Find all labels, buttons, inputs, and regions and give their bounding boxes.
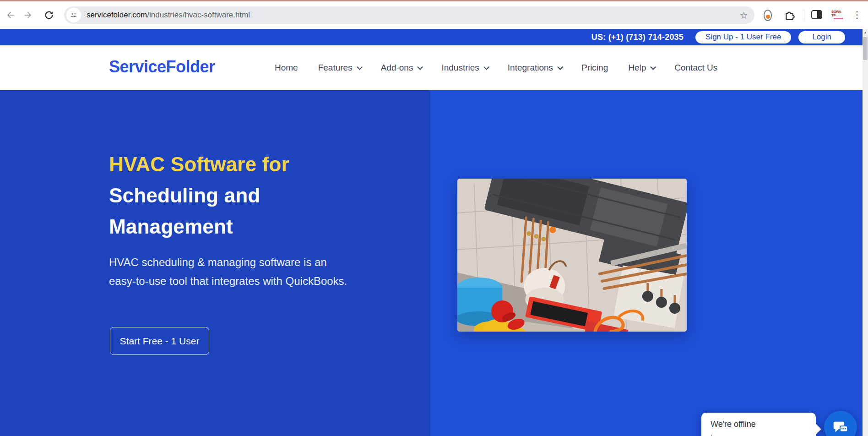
avatar-underline <box>834 18 843 19</box>
nav-item-help[interactable]: Help <box>628 63 654 73</box>
forward-icon[interactable] <box>22 9 34 21</box>
hero-photo <box>457 179 687 332</box>
site-info-icon[interactable] <box>66 8 81 22</box>
nav-item-addons[interactable]: Add-ons <box>381 63 422 73</box>
nav-label: Industries <box>441 63 479 73</box>
phone-number: US: (+1) (713) 714-2035 <box>591 33 684 42</box>
scrollbar-up-arrow[interactable]: ▲ <box>863 29 868 35</box>
chat-bubbles-icon <box>832 419 849 436</box>
bookmark-star-icon[interactable]: ☆ <box>739 11 748 20</box>
site-topbar: US: (+1) (713) 714-2035 Sign Up - 1 User… <box>0 29 868 45</box>
side-panel-fill <box>817 11 821 18</box>
url-domain: servicefolder.com <box>87 11 147 19</box>
chat-offline-card[interactable]: We're offline Leave a message <box>701 413 816 436</box>
chat-fab-button[interactable] <box>824 411 857 436</box>
chat-action-text: Leave a message <box>711 434 807 436</box>
profile-avatar[interactable]: SÓRA TF <box>831 8 845 21</box>
chevron-down-icon <box>418 64 423 70</box>
extension-dot <box>766 15 770 19</box>
avatar-label: SÓRA TF <box>831 10 845 17</box>
nav-label: Pricing <box>581 63 608 73</box>
browser-scrollbar[interactable]: ▲ <box>863 29 868 436</box>
nav-item-integrations[interactable]: Integrations <box>508 63 561 73</box>
scrollbar-thumb[interactable] <box>863 37 868 60</box>
url-path: /industries/hvac-software.html <box>147 11 250 19</box>
nav-label: Features <box>318 63 353 73</box>
main-menu: Home Features Add-ons Industries Integra… <box>275 45 717 90</box>
chevron-down-icon <box>651 64 656 70</box>
toolbar-divider <box>804 10 804 21</box>
chat-status-text: We're offline <box>711 420 807 429</box>
site-nav: ServiceFolder Home Features Add-ons Indu… <box>0 45 868 90</box>
start-free-button[interactable]: Start Free - 1 User <box>110 327 209 355</box>
nav-item-home[interactable]: Home <box>275 63 298 73</box>
url-text[interactable]: servicefolder.com/industries/hvac-softwa… <box>87 11 250 20</box>
nav-item-industries[interactable]: Industries <box>441 63 487 73</box>
address-bar[interactable]: servicefolder.com/industries/hvac-softwa… <box>64 6 754 24</box>
hero-heading-line2: Scheduling and <box>109 180 289 211</box>
hero-heading: HVAC Software for Scheduling and Managem… <box>109 149 289 242</box>
extension-icon[interactable] <box>764 10 772 21</box>
browser-toolbar: servicefolder.com/industries/hvac-softwa… <box>0 1 868 29</box>
nav-label: Add-ons <box>381 63 413 73</box>
nav-item-pricing[interactable]: Pricing <box>581 63 608 73</box>
login-button[interactable]: Login <box>798 31 845 44</box>
extensions-puzzle-icon[interactable] <box>784 9 796 22</box>
screen: servicefolder.com/industries/hvac-softwa… <box>0 0 868 436</box>
side-panel-icon[interactable] <box>811 10 822 19</box>
chevron-down-icon <box>557 64 563 70</box>
browser-menu-icon[interactable]: ⋮ <box>852 9 862 21</box>
site-logo[interactable]: ServiceFolder <box>109 57 215 76</box>
nav-item-contact[interactable]: Contact Us <box>674 63 717 73</box>
hero-paragraph-line1: HVAC scheduling & managing software is a… <box>109 253 347 272</box>
hero-paragraph: HVAC scheduling & managing software is a… <box>109 253 347 290</box>
hero-paragraph-line2: easy-to-use tool that integrates with Qu… <box>109 272 347 290</box>
chevron-down-icon <box>357 64 363 70</box>
reload-icon[interactable] <box>43 9 55 21</box>
hero-heading-line1: HVAC Software for <box>109 149 289 180</box>
nav-label: Home <box>275 63 298 73</box>
back-icon[interactable] <box>5 9 16 21</box>
hero-section: HVAC Software for Scheduling and Managem… <box>0 90 868 436</box>
nav-label: Contact Us <box>674 63 717 73</box>
hero-heading-line3: Management <box>109 211 289 242</box>
nav-label: Help <box>628 63 646 73</box>
chevron-down-icon <box>483 64 489 70</box>
signup-button[interactable]: Sign Up - 1 User Free <box>695 31 791 44</box>
nav-item-features[interactable]: Features <box>318 63 361 73</box>
nav-label: Integrations <box>508 63 553 73</box>
